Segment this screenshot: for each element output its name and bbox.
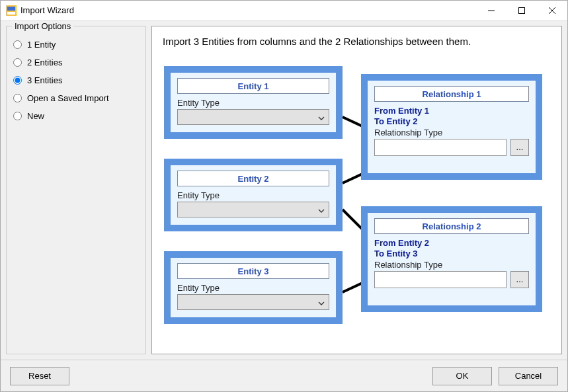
relationship-2-from: From Entity 2 <box>374 238 529 249</box>
minimize-button[interactable] <box>476 1 507 20</box>
diagram-pane: Import 3 Entities from columns and the 2… <box>151 26 562 354</box>
button-label: Cancel <box>515 371 542 381</box>
radio-new[interactable] <box>13 112 22 120</box>
maximize-button[interactable] <box>507 1 537 20</box>
ellipsis-icon: ... <box>516 274 524 284</box>
option-label: Open a Saved Import <box>27 93 109 103</box>
reset-button[interactable]: Reset <box>10 367 69 385</box>
entity-2-type-dropdown[interactable] <box>177 202 329 217</box>
relationship-2-title: Relationship 2 <box>374 218 529 234</box>
entity-1-type-label: Entity Type <box>177 98 329 108</box>
import-options-group: Import Options 1 Entity 2 Entities 3 Ent… <box>6 26 146 354</box>
relationship-1-title: Relationship 1 <box>374 86 529 102</box>
svg-rect-1 <box>7 7 15 11</box>
option-label: 3 Entities <box>27 75 62 85</box>
button-label: OK <box>456 371 469 381</box>
chevron-down-icon <box>318 297 325 307</box>
option-label: 1 Entity <box>27 40 56 50</box>
cancel-button[interactable]: Cancel <box>499 367 558 385</box>
relationship-2-type-label: Relationship Type <box>374 260 529 270</box>
entity-2-type-label: Entity Type <box>177 190 329 200</box>
relationship-2-type-input[interactable] <box>374 271 507 288</box>
relationship-1-type-label: Relationship Type <box>374 128 529 137</box>
option-3-entities[interactable]: 3 Entities <box>13 71 139 89</box>
entity-3-title: Entity 3 <box>177 263 329 279</box>
relationship-1-type-input[interactable] <box>374 139 507 156</box>
app-icon <box>6 5 17 16</box>
entity-1-type-dropdown[interactable] <box>177 109 329 125</box>
footer: Reset OK Cancel <box>1 360 567 391</box>
chevron-down-icon <box>318 205 325 215</box>
relationship-2-box: Relationship 2 From Entity 2 To Entity 3… <box>361 206 542 312</box>
entity-1-box: Entity 1 Entity Type <box>164 66 343 139</box>
radio-2-entities[interactable] <box>13 58 22 67</box>
button-label: Reset <box>28 371 51 381</box>
option-label: 2 Entities <box>27 58 62 67</box>
entity-3-box: Entity 3 Entity Type <box>164 251 343 324</box>
relationship-1-from: From Entity 1 <box>374 106 529 116</box>
relationship-1-to: To Entity 2 <box>374 116 529 127</box>
entity-2-box: Entity 2 Entity Type <box>164 159 343 231</box>
titlebar: Import Wizard <box>1 1 567 20</box>
option-2-entities[interactable]: 2 Entities <box>13 54 139 71</box>
relationship-2-browse-button[interactable]: ... <box>510 271 529 288</box>
svg-rect-2 <box>7 12 15 15</box>
relationship-2-to: To Entity 3 <box>374 249 529 259</box>
chevron-down-icon <box>318 112 325 122</box>
radio-1-entity[interactable] <box>13 40 22 49</box>
window-title: Import Wizard <box>20 5 74 15</box>
entity-1-title: Entity 1 <box>177 78 329 94</box>
radio-open-saved[interactable] <box>13 94 22 102</box>
import-wizard-window: Import Wizard Import Options 1 Entity 2 … <box>0 0 568 392</box>
close-button[interactable] <box>537 1 567 20</box>
ok-button[interactable]: OK <box>432 367 492 385</box>
entity-2-title: Entity 2 <box>177 171 329 186</box>
option-1-entity[interactable]: 1 Entity <box>13 36 139 54</box>
relationship-1-browse-button[interactable]: ... <box>510 139 529 156</box>
svg-rect-4 <box>519 7 525 13</box>
option-open-saved-import[interactable]: Open a Saved Import <box>13 89 139 107</box>
radio-3-entities[interactable] <box>13 76 22 85</box>
relationship-1-box: Relationship 1 From Entity 1 To Entity 2… <box>361 74 542 180</box>
ellipsis-icon: ... <box>516 142 524 152</box>
option-new[interactable]: New <box>13 107 139 125</box>
instruction-text: Import 3 Entities from columns and the 2… <box>163 36 471 47</box>
import-options-legend: Import Options <box>12 21 73 31</box>
entity-3-type-label: Entity Type <box>177 283 329 293</box>
option-label: New <box>27 111 44 121</box>
entity-3-type-dropdown[interactable] <box>177 294 329 310</box>
